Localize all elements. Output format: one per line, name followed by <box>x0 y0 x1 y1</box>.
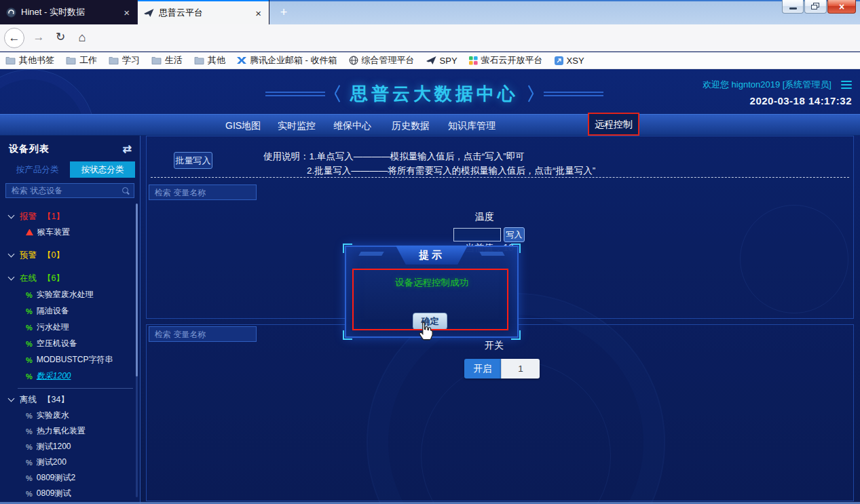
page-content: 思普云大数据中心 欢迎您 hignton2019 [系统管理员] 2020-03… <box>0 69 860 504</box>
tab-title: Hinet - 实时数据 <box>21 6 117 18</box>
link-icon: % <box>26 372 33 381</box>
bookmark-folder-work[interactable]: 工作 <box>66 54 97 66</box>
tab-knowledge-base[interactable]: 知识库管理 <box>448 115 496 136</box>
close-window-button[interactable]: × <box>827 0 856 14</box>
variable-search-box[interactable] <box>149 185 257 200</box>
broken-link-icon: % <box>26 490 33 498</box>
switch-write-panel: 开关 开启 1 <box>146 324 854 501</box>
bookmark-ezviz[interactable]: 萤石云开放平台 <box>469 54 543 66</box>
broken-link-icon: % <box>26 474 33 482</box>
new-tab-button[interactable]: + <box>274 3 293 21</box>
device-item[interactable]: %MODBUSTCP字符串 <box>0 353 140 367</box>
swap-icon[interactable]: ⇄ <box>123 142 132 155</box>
switch-value-display: 1 <box>501 359 540 379</box>
group-warning[interactable]: 预警 【0】 <box>0 248 140 263</box>
tab-maintenance-center[interactable]: 维保中心 <box>333 115 371 136</box>
header-bracket-left <box>333 85 342 102</box>
group-count: 【1】 <box>43 211 64 222</box>
alarm-triangle-icon <box>26 229 33 235</box>
bookmark-folder-other[interactable]: 其他书签 <box>5 54 54 66</box>
tab-title: 思普云平台 <box>159 7 248 19</box>
dialog-title: 提示 <box>396 246 468 265</box>
list-menu-icon[interactable] <box>841 79 852 91</box>
search-icon[interactable] <box>122 187 130 195</box>
device-search-box[interactable] <box>5 183 134 198</box>
chevron-down-icon <box>8 212 15 218</box>
tab-by-status[interactable]: 按状态分类 <box>70 161 135 178</box>
hinet-favicon-icon <box>5 7 16 18</box>
device-item[interactable]: %测试1200 <box>0 440 140 454</box>
device-tree: 报警 【1】 猴车装置 预警 【0】 在线 【6】 %实验室废水处理 <box>0 209 140 504</box>
minimize-button[interactable] <box>782 0 804 14</box>
device-search-input[interactable] <box>10 185 118 196</box>
tab-history-data[interactable]: 历史数据 <box>392 115 430 136</box>
home-button[interactable]: ⌂ <box>72 28 92 48</box>
variable-search-box[interactable] <box>149 326 257 342</box>
tab-realtime-monitor[interactable]: 实时监控 <box>278 115 316 136</box>
hand-cursor-icon <box>416 321 434 341</box>
device-item-alarm[interactable]: 猴车装置 <box>0 225 140 239</box>
header-bracket-right <box>527 85 536 102</box>
group-online[interactable]: 在线 【6】 <box>0 271 140 286</box>
dashed-divider <box>151 177 849 178</box>
chevron-down-icon <box>8 273 15 280</box>
tab-remote-control-active[interactable]: 远程控制 <box>588 113 639 136</box>
device-item[interactable]: %0809测试 <box>0 486 140 501</box>
tree-divider <box>18 388 133 389</box>
device-item[interactable]: %空压机设备 <box>0 336 140 351</box>
device-item[interactable]: %测试200 <box>0 455 140 469</box>
sidebar-title: 设备列表 <box>9 143 50 155</box>
dialog-corner-accent <box>511 244 521 253</box>
broken-link-icon: % <box>26 443 33 451</box>
group-offline[interactable]: 离线 【34】 <box>0 392 140 407</box>
batch-write-button[interactable]: 批量写入 <box>174 152 212 169</box>
reload-button[interactable]: ↻ <box>50 28 71 48</box>
sidebar-scrollbar-thumb[interactable] <box>136 203 138 376</box>
tab-by-product[interactable]: 按产品分类 <box>5 161 70 178</box>
temperature-value-input[interactable] <box>453 228 501 241</box>
tab-gis-map[interactable]: GIS地图 <box>225 115 261 136</box>
sidebar-tabs: 按产品分类 按状态分类 <box>5 161 135 178</box>
bookmark-folder-misc[interactable]: 其他 <box>194 54 225 66</box>
forward-button[interactable]: → <box>29 28 49 48</box>
device-item[interactable]: %实验废水 <box>0 408 140 423</box>
usage-instructions-line1: 使用说明：1.单点写入————模拟量输入值后，点击“写入”即可 <box>263 151 525 163</box>
device-item[interactable]: %污水处理 <box>0 320 140 334</box>
group-alarm[interactable]: 报警 【1】 <box>0 209 140 224</box>
dialog-corner-accent <box>343 244 352 253</box>
datetime-text: 2020-03-18 14:17:32 <box>703 95 852 106</box>
dialog-corner-accent <box>511 330 521 340</box>
device-item[interactable]: %实验室废水处理 <box>0 288 140 302</box>
bookmark-xsy[interactable]: XSY <box>555 56 584 66</box>
bookmark-folder-life[interactable]: 生活 <box>151 54 183 66</box>
broken-link-icon: % <box>26 412 33 420</box>
page-title: 思普云大数据中心 <box>350 82 519 106</box>
variable-search-input[interactable] <box>153 187 261 198</box>
header-decor-line <box>544 92 603 96</box>
bookmark-spy[interactable]: SPY <box>426 56 457 66</box>
bookmark-mgmt-platform[interactable]: 综合管理平台 <box>349 54 415 66</box>
chevron-down-icon <box>8 395 15 402</box>
switch-on-button[interactable]: 开启 <box>464 359 501 379</box>
group-count: 【0】 <box>43 250 64 261</box>
link-icon: % <box>26 324 33 332</box>
device-item[interactable]: %热力氧化装置 <box>0 424 140 438</box>
device-item[interactable]: %隔油设备 <box>0 304 140 318</box>
usage-instructions-line2: 2.批量写入————将所有需要写入的模拟量输入值后，点击“批量写入” <box>307 165 595 177</box>
tab-close-icon[interactable]: × <box>253 7 263 19</box>
device-item-selected[interactable]: %数采1200 <box>0 369 140 383</box>
device-item[interactable]: %0809测试2 <box>0 471 140 485</box>
bookmark-folder-study[interactable]: 学习 <box>109 54 140 66</box>
browser-tab-hinet[interactable]: Hinet - 实时数据 × <box>0 0 138 24</box>
bookmark-tencent-mail[interactable]: 腾讯企业邮箱 - 收件箱 <box>237 54 337 66</box>
write-button[interactable]: 写入 <box>504 227 525 242</box>
restore-button[interactable] <box>804 0 827 14</box>
header-decor-line <box>265 92 325 96</box>
tab-close-icon[interactable]: × <box>121 7 132 18</box>
user-info: 欢迎您 hignton2019 [系统管理员] 2020-03-18 14:17… <box>703 79 852 106</box>
browser-tab-sipu[interactable]: 思普云平台 × <box>138 0 269 24</box>
browser-window: Hinet - 实时数据 × 思普云平台 × + × ← → ↻ ⌂ <box>0 0 860 504</box>
back-button[interactable]: ← <box>4 28 24 48</box>
variable-search-input[interactable] <box>153 329 261 340</box>
switch-name-label: 开关 <box>453 340 535 352</box>
